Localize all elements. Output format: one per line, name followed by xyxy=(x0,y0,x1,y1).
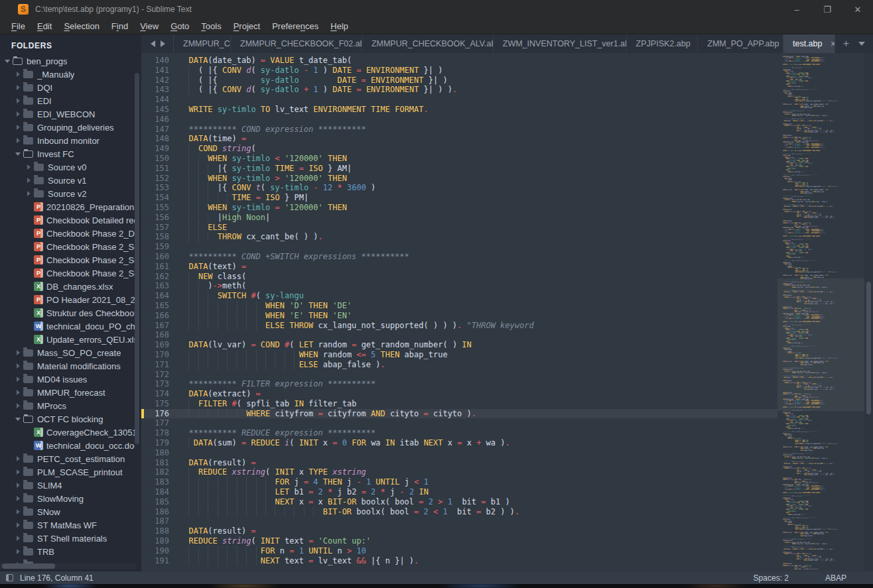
code-line-155[interactable]: 155 WHEN sy-timlo = '120000' THEN xyxy=(141,203,777,213)
code-line-172[interactable]: 172​ xyxy=(141,370,777,380)
menu-item-edit[interactable]: Edit xyxy=(31,20,58,32)
chevron-right-icon[interactable] xyxy=(14,483,22,488)
tree-folder[interactable]: DQI xyxy=(0,81,141,94)
prev-tab-icon[interactable] xyxy=(151,40,155,47)
new-tab-icon[interactable]: + xyxy=(843,38,849,49)
code-line-185[interactable]: 185 NEXT x = x BIT-OR boolx( bool = 2 > … xyxy=(141,497,777,507)
code-line-189[interactable]: 189 REDUCE string( INIT text = 'Count up… xyxy=(141,536,777,546)
tree-file[interactable]: PCheckbook Detailed req xyxy=(0,213,141,227)
tree-file[interactable]: XCoverageCheck_130514 xyxy=(0,426,141,439)
tree-folder[interactable]: SLIM4 xyxy=(0,479,141,492)
chevron-right-icon[interactable] xyxy=(25,164,33,170)
code-line-173[interactable]: 173 ********** FILTER expression *******… xyxy=(141,379,777,389)
code-line-151[interactable]: 151 |{ sy-timlo TIME = ISO } AM| xyxy=(141,164,777,174)
code-line-140[interactable]: 140 DATA(date_tab) = VALUE t_date_tab( xyxy=(141,56,777,66)
tree-folder[interactable]: SNow xyxy=(0,505,141,518)
sidebar-horizontal-scrollbar[interactable] xyxy=(0,563,137,569)
tree-folder[interactable]: ST Shell materials xyxy=(0,532,141,545)
code-line-153[interactable]: 153 |{ CONV t( sy-timlo - 12 * 3600 ) xyxy=(141,183,777,193)
tree-folder[interactable]: Grouping_deliveries xyxy=(0,121,141,134)
tree-folder[interactable]: ST MatMas WF xyxy=(0,518,141,532)
tree-folder[interactable]: SlowMoving xyxy=(0,492,141,505)
chevron-right-icon[interactable] xyxy=(14,390,22,395)
tab-zpjpisk2.abp[interactable]: ZPJPISK2.abp✕ xyxy=(627,34,699,53)
chevron-right-icon[interactable] xyxy=(14,125,22,130)
code-line-141[interactable]: 141 ( |{ CONV d( sy-datlo - 1 ) DATE = E… xyxy=(141,66,777,76)
tree-file[interactable]: XDB_changes.xlsx xyxy=(0,280,141,293)
tab-zwm_inventory_list_ver1.abp[interactable]: ZWM_INVENTORY_LIST_ver1.abp✕ xyxy=(494,34,627,53)
indent-setting[interactable]: Spaces: 2 xyxy=(754,573,789,583)
tree-folder[interactable]: OCT FC blocking xyxy=(0,412,141,426)
menu-item-tools[interactable]: Tools xyxy=(195,20,227,32)
menu-item-selection[interactable]: Selection xyxy=(58,20,105,32)
tab-zmmpur_checkbook_f02.abp[interactable]: ZMMPUR_CHECKBOOK_F02.abp✕ xyxy=(231,34,362,53)
tab-close-icon[interactable]: ✕ xyxy=(830,40,835,48)
tree-file[interactable]: Wtechnical_docu_PO_char xyxy=(0,320,141,333)
menu-item-goto[interactable]: Goto xyxy=(165,20,195,32)
tree-folder[interactable]: PLM_SCASE_printout xyxy=(0,465,141,479)
code-line-145[interactable]: 145 WRITE sy-timlo TO lv_text ENVIRONMEN… xyxy=(141,105,777,115)
chevron-right-icon[interactable] xyxy=(14,509,22,514)
menu-item-help[interactable]: Help xyxy=(324,20,354,32)
code-line-164[interactable]: 164 SWITCH #( sy-langu xyxy=(141,291,777,301)
code-line-149[interactable]: 149 COND string( xyxy=(141,144,777,154)
close-icon[interactable]: ✕ xyxy=(842,0,873,19)
tab-zmmpur_checkbook_alv.abp[interactable]: ZMMPUR_CHECKBOOK_ALV.abp✕ xyxy=(362,34,494,53)
tree-file[interactable]: XUpdate_errors_QEU.xlsx xyxy=(0,333,141,346)
code-line-171[interactable]: 171 ELSE abap_false ). xyxy=(141,360,777,370)
code-line-175[interactable]: 175 FILTER #( spfli_tab IN filter_tab xyxy=(141,399,777,409)
code-line-182[interactable]: 182 REDUCE xstring( INIT x TYPE xstring xyxy=(141,467,777,477)
menu-item-preferences[interactable]: Preferences xyxy=(266,20,324,32)
code-line-156[interactable]: 156 |High Noon| xyxy=(141,213,777,223)
chevron-down-icon[interactable] xyxy=(14,418,22,421)
chevron-right-icon[interactable] xyxy=(14,469,22,475)
code-line-170[interactable]: 170 WHEN random <= 5 THEN abap_true xyxy=(141,350,777,360)
code-line-159[interactable]: 159​ xyxy=(141,242,777,252)
code-line-176[interactable]: 176 WHERE cityfrom = cityfrom AND cityto… xyxy=(141,409,777,419)
chevron-right-icon[interactable] xyxy=(14,377,22,382)
chevron-right-icon[interactable] xyxy=(14,138,22,143)
minimize-icon[interactable]: – xyxy=(781,0,812,19)
tree-folder[interactable]: ben_progs xyxy=(0,54,141,68)
chevron-right-icon[interactable] xyxy=(14,456,22,461)
tree-file[interactable]: XStruktur des Checkbook xyxy=(0,306,141,320)
chevron-right-icon[interactable] xyxy=(14,549,22,554)
tree-folder[interactable]: Source v1 xyxy=(0,174,141,187)
tab-zmmpur_ch[interactable]: ZMMPUR_CH xyxy=(174,34,231,53)
code-line-187[interactable]: 187​ xyxy=(141,516,777,526)
tree-folder[interactable]: EDI xyxy=(0,94,141,107)
chevron-right-icon[interactable] xyxy=(14,363,22,369)
tree-folder[interactable]: TRB xyxy=(0,545,141,558)
chevron-right-icon[interactable] xyxy=(25,178,33,183)
code-line-186[interactable]: 186 BIT-OR boolx( bool = 2 < 1 bit = b2 … xyxy=(141,507,777,517)
chevron-down-icon[interactable] xyxy=(14,152,22,156)
code-line-180[interactable]: 180​ xyxy=(141,448,777,458)
code-line-181[interactable]: 181 DATA(result) = xyxy=(141,458,777,468)
tree-folder[interactable]: _Manuály xyxy=(0,68,141,81)
code-line-168[interactable]: 168​ xyxy=(141,330,777,340)
code-line-161[interactable]: 161 DATA(text) = xyxy=(141,262,777,272)
tree-file[interactable]: PCheckbook Phase 2_Det xyxy=(0,227,141,240)
code-line-165[interactable]: 165 WHEN 'D' THEN 'DE' xyxy=(141,301,777,311)
tree-folder[interactable]: Invest FC xyxy=(0,147,141,160)
chevron-right-icon[interactable] xyxy=(25,191,33,196)
editor-vertical-scrollbar[interactable] xyxy=(864,53,873,571)
maximize-icon[interactable]: ❐ xyxy=(812,0,842,19)
code-line-167[interactable]: 167 ELSE THROW cx_langu_not_supported( )… xyxy=(141,321,777,331)
code-line-143[interactable]: 143 ( |{ CONV d( sy-datlo + 1 ) DATE = E… xyxy=(141,85,777,95)
chevron-right-icon[interactable] xyxy=(14,496,22,501)
code-line-150[interactable]: 150 WHEN sy-timlo < '120000' THEN xyxy=(141,154,777,164)
tree-folder[interactable]: EDI_WEBCON xyxy=(0,107,141,121)
code-line-154[interactable]: 154 TIME = ISO } PM| xyxy=(141,193,777,203)
tree-file[interactable]: PPO Header 2021_08_20. xyxy=(0,293,141,306)
tree-folder[interactable]: Material modifications xyxy=(0,359,141,373)
tree-folder[interactable]: MD04 issues xyxy=(0,373,141,386)
code-line-146[interactable]: 146​ xyxy=(141,115,777,125)
tree-file[interactable]: PCheckbook Phase 2_Sco xyxy=(0,253,141,266)
code-editor[interactable]: 140 DATA(date_tab) = VALUE t_date_tab(14… xyxy=(141,53,777,571)
code-line-177[interactable]: 177​ xyxy=(141,418,777,428)
code-line-148[interactable]: 148 DATA(time) = xyxy=(141,134,777,144)
code-line-190[interactable]: 190 FOR n = 1 UNTIL n > 10 xyxy=(141,546,777,556)
code-line-162[interactable]: 162 NEW class( xyxy=(141,272,777,282)
tree-file[interactable]: PCheckbook Phase 2_Sco xyxy=(0,266,141,280)
